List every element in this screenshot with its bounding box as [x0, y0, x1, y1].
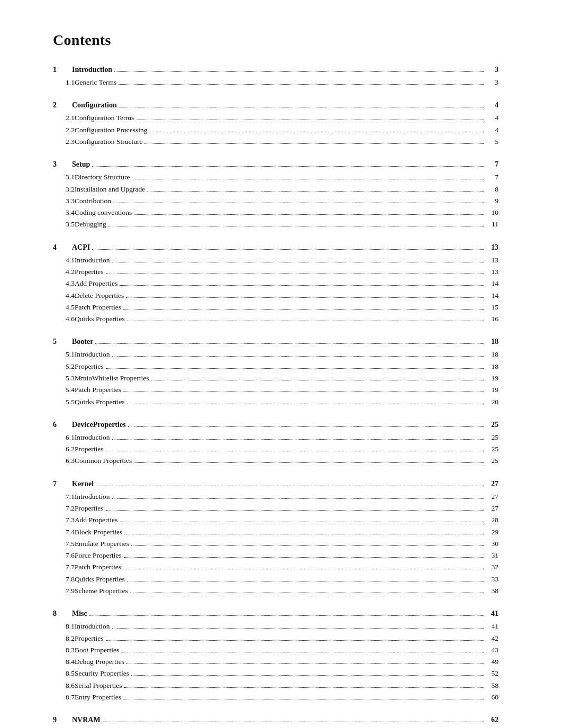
section-title: ACPI: [72, 241, 90, 253]
subsection-label: Add Properties28: [75, 514, 498, 526]
table-of-contents: 1Introduction31.1Generic Terms32Configur…: [53, 63, 498, 727]
toc-sub-row: 2.1Configuration Terms4: [53, 112, 498, 124]
subsection-number: 2.2: [53, 124, 75, 136]
toc-sub-row: 3.2Installation and Upgrade8: [53, 184, 498, 195]
toc-dots: [130, 593, 484, 593]
subsection-label: Configuration Processing4: [75, 124, 498, 136]
toc-sub-row: 7.2Properties27: [53, 503, 498, 514]
subsection-page: 4: [486, 124, 498, 136]
subsection-number: 5.4: [53, 384, 75, 396]
subsection-title: Introduction: [75, 621, 110, 632]
toc-dots: [126, 663, 484, 664]
toc-section: 2Configuration42.1Configuration Terms42.…: [53, 99, 498, 148]
subsection-label: Coding conventions10: [75, 207, 498, 219]
subsection-page: 60: [486, 691, 498, 703]
toc-dots: [120, 522, 484, 522]
subsection-page: 8: [486, 184, 498, 195]
subsection-label: Add Properties14: [75, 278, 498, 289]
subsection-title: Properties: [75, 361, 104, 372]
subsection-page: 58: [486, 680, 498, 691]
subsection-title: Security Properties: [75, 668, 129, 679]
subsection-title: Block Properties: [75, 526, 122, 538]
toc-dots: [124, 687, 484, 688]
subsection-number: 4.4: [53, 290, 75, 302]
toc-dots: [114, 71, 484, 72]
toc-sub-row: 7.6Force Properties31: [53, 550, 498, 561]
subsection-label: Force Properties31: [75, 550, 498, 561]
toc-sub-row: 3.5Debugging11: [53, 219, 498, 230]
subsection-title: Add Properties: [75, 278, 117, 289]
toc-sub-row: 5.4Patch Properties19: [53, 384, 498, 396]
subsection-label: Introduction25: [75, 432, 498, 443]
toc-dots: [134, 214, 484, 215]
subsection-label: Patch Properties19: [75, 384, 498, 396]
toc-dots: [126, 297, 484, 298]
section-page: 4: [486, 99, 498, 111]
subsection-label: Entry Properties60: [75, 691, 498, 703]
subsection-page: 25: [486, 432, 498, 443]
toc-header-row: 8Misc41: [53, 607, 498, 621]
subsection-number: 7.6: [53, 550, 75, 561]
subsection-page: 13: [486, 254, 498, 266]
subsection-label: Installation and Upgrade8: [75, 184, 498, 195]
section-page: 7: [486, 158, 498, 170]
subsection-title: Properties: [75, 633, 104, 644]
subsection-label: Security Properties52: [75, 668, 498, 679]
section-title: Booter: [72, 335, 93, 348]
subsection-title: Delete Properties: [75, 290, 124, 302]
toc-dots: [113, 203, 484, 203]
toc-header-row: 4ACPI13: [53, 241, 498, 254]
toc-dots: [112, 262, 484, 262]
subsection-label: Configuration Terms4: [75, 112, 498, 124]
subsection-label: Boot Properties43: [75, 644, 498, 656]
toc-sub-row: 3.1Directory Structure7: [53, 171, 498, 183]
subsection-title: Introduction: [75, 254, 110, 266]
section-label: Misc41: [72, 607, 498, 621]
toc-dots: [131, 545, 484, 546]
toc-section: 4ACPI134.1Introduction134.2Properties134…: [53, 241, 498, 325]
subsection-page: 14: [486, 278, 498, 289]
toc-sub-row: 8.5Security Properties52: [53, 668, 498, 679]
subsection-number: 6.1: [53, 432, 75, 443]
subsection-label: Properties27: [75, 503, 498, 514]
toc-sub-row: 7.3Add Properties28: [53, 514, 498, 526]
subsection-page: 19: [486, 384, 498, 396]
subsection-page: 9: [486, 195, 498, 207]
subsection-title: Configuration Processing: [75, 124, 148, 136]
toc-header-row: 1Introduction3: [53, 63, 498, 77]
toc-sub-row: 4.4Delete Properties14: [53, 290, 498, 302]
toc-sub-row: 4.3Add Properties14: [53, 278, 498, 289]
section-title: Setup: [72, 158, 90, 170]
section-label: DeviceProperties25: [72, 418, 498, 432]
toc-dots: [123, 392, 484, 392]
subsection-title: Configuration Terms: [75, 112, 134, 124]
toc-dots: [144, 143, 484, 144]
toc-sub-row: 4.6Quirks Properties16: [53, 313, 498, 325]
subsection-title: Boot Properties: [75, 644, 119, 656]
toc-dots: [119, 107, 484, 107]
subsection-number: 5.3: [53, 372, 75, 384]
subsection-number: 4.5: [53, 302, 75, 313]
section-number: 5: [53, 335, 72, 348]
subsection-number: 8.3: [53, 644, 75, 656]
toc-dots: [96, 486, 484, 486]
subsection-title: Patch Properties: [75, 384, 121, 396]
subsection-label: MmioWhitelist Properties19: [75, 372, 498, 384]
toc-header-row: 5Booter18: [53, 335, 498, 349]
subsection-title: Patch Properties: [75, 302, 121, 313]
section-title: DeviceProperties: [72, 418, 126, 431]
section-label: ACPI13: [72, 241, 498, 254]
toc-header-row: 7Kernel27: [53, 478, 498, 491]
subsection-page: 33: [486, 574, 498, 585]
subsection-label: Block Properties29: [75, 526, 498, 538]
toc-dots: [108, 226, 484, 226]
subsection-label: Properties42: [75, 633, 498, 644]
subsection-number: 6.2: [53, 443, 75, 455]
toc-dots: [128, 426, 484, 427]
subsection-title: Patch Properties: [75, 561, 121, 573]
section-title: Misc: [72, 607, 87, 620]
subsection-page: 32: [486, 561, 498, 573]
subsection-label: Configuration Structure5: [75, 136, 498, 148]
subsection-page: 11: [486, 219, 498, 230]
subsection-page: 25: [486, 443, 498, 455]
